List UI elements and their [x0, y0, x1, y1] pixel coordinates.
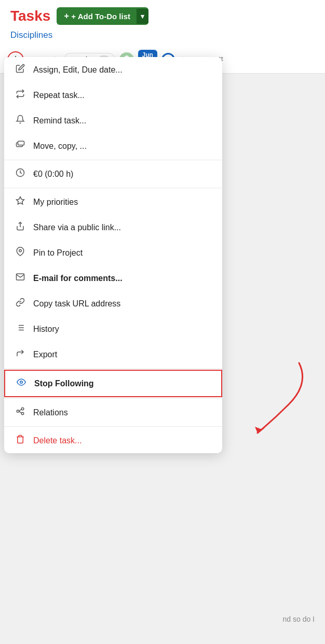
menu-label-time: €0 (0:00 h): [33, 170, 73, 179]
menu-item-remind[interactable]: Remind task...: [4, 108, 222, 133]
add-todo-label: + Add To-Do list: [71, 12, 130, 21]
disciplines-link[interactable]: Disciplines: [0, 28, 325, 46]
menu-item-copy[interactable]: Copy task URL address: [4, 291, 222, 316]
menu-item-move[interactable]: Move, copy, ...: [4, 133, 222, 159]
svg-line-20: [19, 409, 22, 411]
menu-item-share[interactable]: Share via a public link...: [4, 215, 222, 240]
context-menu: Assign, Edit, Due date...Repeat task...R…: [4, 57, 222, 453]
menu-label-priority: My priorities: [33, 198, 78, 207]
menu-item-repeat[interactable]: Repeat task...: [4, 82, 222, 108]
star-icon: [15, 196, 26, 208]
svg-rect-5: [18, 141, 24, 145]
menu-label-stop-following: Stop Following: [34, 379, 94, 388]
menu-item-relations[interactable]: Relations: [4, 400, 222, 425]
separator-18: [4, 426, 222, 427]
separator-14: [4, 368, 222, 369]
menu-label-delete: Delete task...: [33, 436, 82, 445]
move-icon: [15, 140, 26, 152]
red-arrow-annotation: [226, 353, 309, 446]
menu-label-history: History: [33, 325, 59, 334]
menu-label-pin: Pin to Project: [33, 248, 83, 258]
trash-icon: [15, 435, 26, 446]
link-icon: [15, 298, 26, 310]
app-title: Tasks: [10, 8, 50, 24]
relations-icon: [15, 407, 26, 418]
repeat-icon: [15, 89, 26, 101]
menu-item-email[interactable]: E-mail for comments...: [4, 265, 222, 291]
svg-marker-7: [17, 197, 24, 204]
menu-label-export: Export: [33, 350, 57, 359]
bg-text: nd so do I: [283, 615, 315, 623]
separator-16: [4, 398, 222, 399]
menu-item-assign[interactable]: Assign, Edit, Due date...: [4, 57, 222, 82]
menu-label-copy: Copy task URL address: [33, 299, 120, 309]
menu-item-stop-following[interactable]: Stop Following: [4, 370, 222, 397]
eye-icon: [16, 377, 27, 389]
menu-item-export[interactable]: Export: [4, 342, 222, 367]
menu-label-assign: Assign, Edit, Due date...: [33, 65, 123, 75]
svg-point-16: [20, 381, 23, 384]
menu-item-delete[interactable]: Delete task...: [4, 428, 222, 453]
svg-point-19: [21, 412, 24, 415]
bell-icon: [15, 115, 26, 127]
dropdown-arrow-icon[interactable]: ▾: [137, 9, 148, 24]
add-todo-button[interactable]: + + Add To-Do list ▾: [57, 7, 148, 25]
svg-point-18: [21, 408, 24, 410]
menu-label-move: Move, copy, ...: [33, 142, 87, 151]
menu-item-pin[interactable]: Pin to Project: [4, 240, 222, 265]
menu-item-priority[interactable]: My priorities: [4, 189, 222, 215]
clock-icon: [15, 168, 26, 180]
svg-point-17: [17, 410, 19, 413]
list-icon: [15, 323, 26, 335]
menu-label-remind: Remind task...: [33, 116, 86, 125]
menu-item-time[interactable]: €0 (0:00 h): [4, 161, 222, 187]
separator-6: [4, 188, 222, 188]
export-icon: [15, 348, 26, 360]
menu-label-relations: Relations: [33, 408, 68, 417]
share-icon: [15, 221, 26, 233]
menu-label-repeat: Repeat task...: [33, 91, 85, 100]
plus-icon: +: [64, 11, 69, 21]
menu-label-share: Share via a public link...: [33, 223, 121, 232]
svg-point-9: [19, 249, 22, 252]
pencil-icon: [15, 64, 26, 76]
pin-icon: [15, 247, 26, 259]
svg-line-21: [19, 411, 22, 413]
menu-label-email: E-mail for comments...: [33, 274, 123, 283]
separator-4: [4, 160, 222, 160]
menu-item-history[interactable]: History: [4, 316, 222, 342]
email-icon: [15, 272, 26, 284]
app-header: Tasks + + Add To-Do list ▾: [0, 0, 325, 28]
